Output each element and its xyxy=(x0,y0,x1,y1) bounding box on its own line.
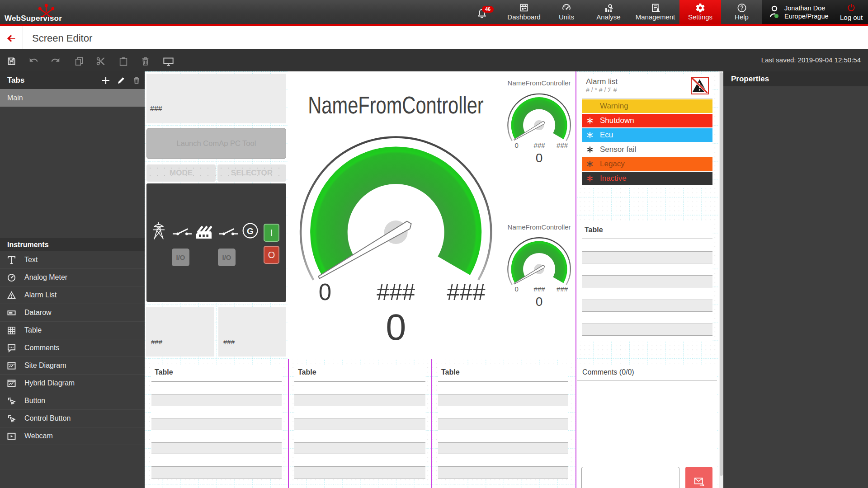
svg-text:G: G xyxy=(247,226,254,236)
